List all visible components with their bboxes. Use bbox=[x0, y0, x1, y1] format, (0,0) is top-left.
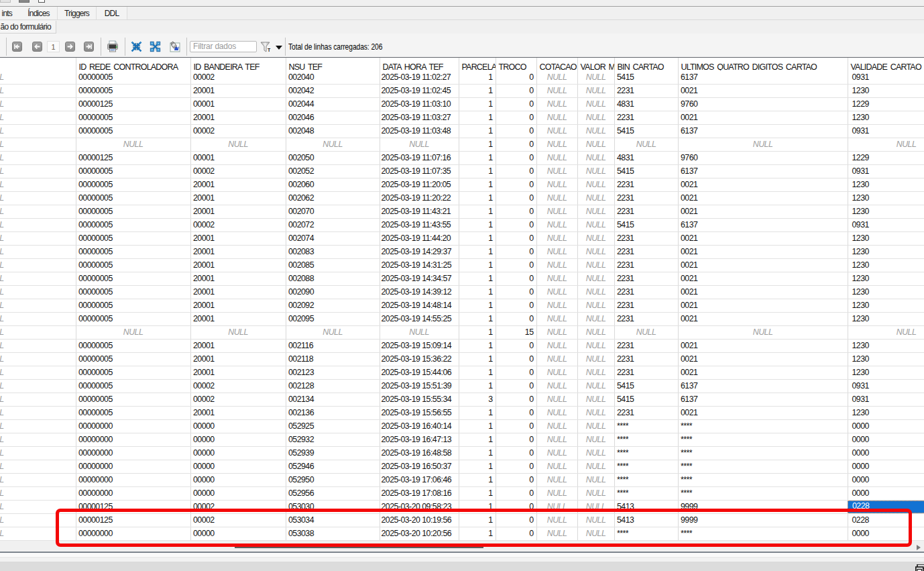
svg-text:T: T bbox=[268, 48, 271, 52]
